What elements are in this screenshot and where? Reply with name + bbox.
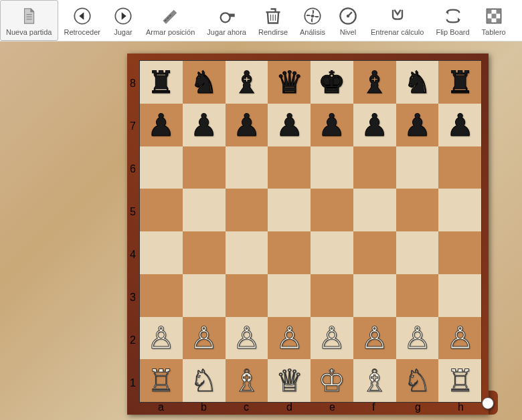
square-e3[interactable] bbox=[311, 274, 353, 317]
square-f5[interactable] bbox=[353, 189, 396, 231]
square-h2[interactable]: ♙ bbox=[438, 317, 481, 360]
piece-bn[interactable]: ♞ bbox=[398, 62, 438, 102]
square-h8[interactable]: ♜ bbox=[438, 61, 481, 104]
piece-bp[interactable]: ♟ bbox=[227, 105, 267, 145]
piece-wn[interactable]: ♘ bbox=[184, 360, 224, 401]
chess-board[interactable]: ♜♞♝♛♚♝♞♜♟♟♟♟♟♟♟♟♙♙♙♙♙♙♙♙♖♘♗♕♔♗♘♖ bbox=[139, 60, 482, 403]
board-button[interactable]: Tablero bbox=[476, 0, 512, 41]
square-g5[interactable] bbox=[396, 189, 439, 231]
square-g1[interactable]: ♘ bbox=[396, 359, 439, 402]
square-f8[interactable]: ♝ bbox=[353, 61, 396, 104]
piece-bn[interactable]: ♞ bbox=[184, 62, 224, 102]
square-b4[interactable] bbox=[183, 231, 226, 274]
square-e8[interactable]: ♚ bbox=[311, 61, 353, 104]
piece-wp[interactable]: ♙ bbox=[269, 318, 309, 358]
piece-bb[interactable]: ♝ bbox=[355, 62, 395, 102]
square-a7[interactable]: ♟ bbox=[140, 104, 183, 146]
piece-wp[interactable]: ♙ bbox=[184, 318, 224, 358]
resign-button[interactable]: Rendirse bbox=[252, 0, 294, 41]
square-f4[interactable] bbox=[353, 231, 396, 274]
piece-bp[interactable]: ♟ bbox=[269, 105, 309, 145]
square-e2[interactable]: ♙ bbox=[311, 317, 353, 360]
flip-button[interactable]: Flip Board bbox=[430, 0, 475, 41]
play-now-button[interactable]: Jugar ahora bbox=[201, 0, 252, 41]
square-h3[interactable] bbox=[438, 274, 481, 317]
piece-wp[interactable]: ♙ bbox=[440, 318, 480, 358]
square-a2[interactable]: ♙ bbox=[140, 317, 183, 360]
square-b7[interactable]: ♟ bbox=[183, 104, 226, 146]
square-g2[interactable]: ♙ bbox=[396, 317, 439, 360]
square-e1[interactable]: ♔ bbox=[311, 359, 353, 402]
piece-wp[interactable]: ♙ bbox=[398, 318, 438, 358]
square-d1[interactable]: ♕ bbox=[268, 359, 311, 402]
square-g6[interactable] bbox=[396, 146, 439, 189]
square-b8[interactable]: ♞ bbox=[183, 61, 226, 104]
square-d3[interactable] bbox=[268, 274, 311, 317]
square-b1[interactable]: ♘ bbox=[183, 359, 226, 402]
square-e4[interactable] bbox=[311, 231, 353, 274]
piece-br[interactable]: ♜ bbox=[440, 62, 480, 102]
square-d8[interactable]: ♛ bbox=[268, 61, 311, 104]
play-button[interactable]: Jugar bbox=[106, 0, 140, 41]
square-b5[interactable] bbox=[183, 189, 226, 231]
piece-wp[interactable]: ♙ bbox=[355, 318, 395, 358]
square-d4[interactable] bbox=[268, 231, 311, 274]
piece-wb[interactable]: ♗ bbox=[227, 360, 267, 401]
square-c2[interactable]: ♙ bbox=[226, 317, 268, 360]
piece-bb[interactable]: ♝ bbox=[227, 62, 267, 102]
square-e6[interactable] bbox=[311, 146, 353, 189]
square-e7[interactable]: ♟ bbox=[311, 104, 353, 146]
piece-br[interactable]: ♜ bbox=[141, 62, 181, 102]
square-h1[interactable]: ♖ bbox=[438, 359, 481, 402]
train-button[interactable]: Entrenar cálculo bbox=[365, 0, 430, 41]
piece-wn[interactable]: ♘ bbox=[398, 360, 438, 401]
square-h5[interactable] bbox=[438, 189, 481, 231]
square-f6[interactable] bbox=[353, 146, 396, 189]
piece-wr[interactable]: ♖ bbox=[440, 360, 480, 401]
piece-wp[interactable]: ♙ bbox=[312, 318, 352, 358]
square-f3[interactable] bbox=[353, 274, 396, 317]
square-h7[interactable]: ♟ bbox=[438, 104, 481, 146]
setup-button[interactable]: Armar posición bbox=[140, 0, 201, 41]
square-b3[interactable] bbox=[183, 274, 226, 317]
square-c5[interactable] bbox=[226, 189, 268, 231]
piece-wp[interactable]: ♙ bbox=[227, 318, 267, 358]
square-a6[interactable] bbox=[140, 146, 183, 189]
piece-wp[interactable]: ♙ bbox=[141, 318, 181, 358]
square-a4[interactable] bbox=[140, 231, 183, 274]
square-a5[interactable] bbox=[140, 189, 183, 231]
piece-wb[interactable]: ♗ bbox=[355, 360, 395, 401]
square-g3[interactable] bbox=[396, 274, 439, 317]
square-g4[interactable] bbox=[396, 231, 439, 274]
square-a3[interactable] bbox=[140, 274, 183, 317]
piece-bp[interactable]: ♟ bbox=[141, 105, 181, 145]
square-d7[interactable]: ♟ bbox=[268, 104, 311, 146]
piece-bp[interactable]: ♟ bbox=[398, 105, 438, 145]
piece-bp[interactable]: ♟ bbox=[440, 105, 480, 145]
square-h6[interactable] bbox=[438, 146, 481, 189]
square-f7[interactable]: ♟ bbox=[353, 104, 396, 146]
square-c1[interactable]: ♗ bbox=[226, 359, 268, 402]
square-e5[interactable] bbox=[311, 189, 353, 231]
back-button[interactable]: Retroceder bbox=[58, 0, 106, 41]
piece-wr[interactable]: ♖ bbox=[141, 360, 181, 401]
square-c7[interactable]: ♟ bbox=[226, 104, 268, 146]
piece-bp[interactable]: ♟ bbox=[184, 105, 224, 145]
square-b2[interactable]: ♙ bbox=[183, 317, 226, 360]
square-c6[interactable] bbox=[226, 146, 268, 189]
piece-bq[interactable]: ♛ bbox=[269, 62, 309, 102]
square-c3[interactable] bbox=[226, 274, 268, 317]
square-c8[interactable]: ♝ bbox=[226, 61, 268, 104]
square-a1[interactable]: ♖ bbox=[140, 359, 183, 402]
piece-bp[interactable]: ♟ bbox=[355, 105, 395, 145]
square-f2[interactable]: ♙ bbox=[353, 317, 396, 360]
level-button[interactable]: Nivel bbox=[331, 0, 365, 41]
square-b6[interactable] bbox=[183, 146, 226, 189]
square-d6[interactable] bbox=[268, 146, 311, 189]
square-c4[interactable] bbox=[226, 231, 268, 274]
square-f1[interactable]: ♗ bbox=[353, 359, 396, 402]
square-d5[interactable] bbox=[268, 189, 311, 231]
square-g7[interactable]: ♟ bbox=[396, 104, 439, 146]
piece-wq[interactable]: ♕ bbox=[269, 360, 309, 401]
analysis-button[interactable]: Análisis bbox=[294, 0, 331, 41]
